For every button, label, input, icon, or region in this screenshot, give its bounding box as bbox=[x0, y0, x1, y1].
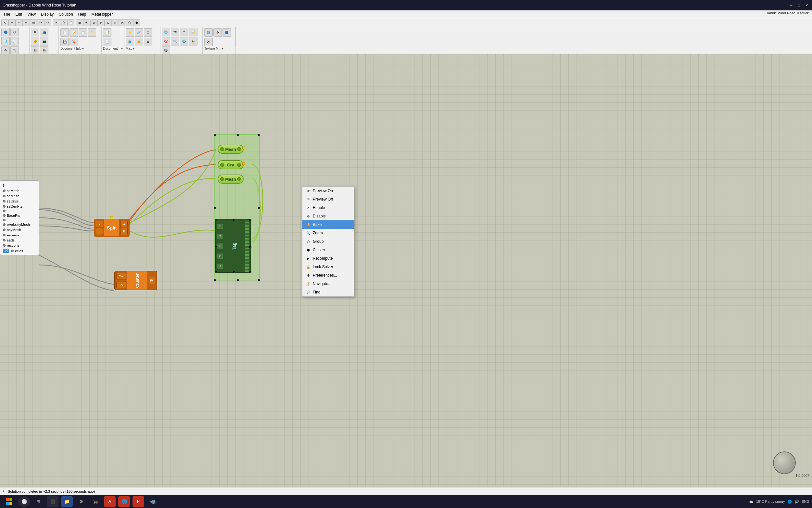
handle-bc[interactable] bbox=[237, 279, 239, 281]
crv-node-body[interactable]: Crv bbox=[218, 160, 244, 169]
nav-sphere[interactable] bbox=[773, 452, 796, 474]
tb-tex2[interactable]: ⚙ bbox=[213, 28, 222, 37]
ctx-preview-off[interactable]: 👁 Preview Off bbox=[302, 195, 354, 204]
mesh-node-1-body[interactable]: Mesh bbox=[218, 144, 244, 154]
tag-pin-T[interactable]: T bbox=[217, 234, 224, 239]
menu-help[interactable]: Help bbox=[76, 11, 89, 17]
misc-label[interactable]: Misc ▾ bbox=[125, 47, 160, 51]
mesh1-input-pin[interactable] bbox=[220, 147, 224, 151]
rhino-icon[interactable]: 🦏 bbox=[147, 496, 158, 507]
minimize-button[interactable]: ─ bbox=[789, 3, 794, 8]
tb-settings[interactable]: ⚙ bbox=[90, 19, 97, 26]
tb-ref1[interactable]: 🌐 bbox=[162, 28, 170, 36]
mesh-node-2-body[interactable]: Mesh bbox=[218, 174, 244, 184]
menu-display[interactable]: Display bbox=[38, 11, 56, 17]
tb-tex4[interactable]: ⚽ bbox=[204, 38, 213, 46]
dell-icon[interactable]: ⬛ bbox=[47, 496, 58, 507]
document-label[interactable]: Document... ▾ bbox=[102, 47, 124, 51]
tb-disp4[interactable]: 📷 bbox=[40, 37, 48, 45]
mesh2-output-pin[interactable] bbox=[237, 177, 241, 181]
maximize-button[interactable]: □ bbox=[797, 3, 802, 8]
ctx-preview-on[interactable]: 👁 Preview On bbox=[302, 186, 354, 195]
crv-output-pin[interactable] bbox=[237, 163, 241, 167]
ctx-lock-solver[interactable]: 🔒 Lock Solver bbox=[302, 263, 354, 271]
tb-docinfo4[interactable]: 📁 bbox=[88, 28, 96, 37]
mesh-node-2[interactable]: Mesh bbox=[218, 174, 244, 184]
tb-misc3[interactable]: ⬡ bbox=[144, 28, 152, 37]
tb-tex3[interactable]: 🔵 bbox=[223, 28, 231, 37]
tb-ref5[interactable]: 🎯 bbox=[162, 37, 170, 45]
crv-input-pin[interactable] bbox=[220, 163, 224, 167]
tag-handle-mr[interactable] bbox=[249, 246, 251, 248]
split-pin-i[interactable]: i bbox=[96, 221, 103, 228]
handle-br[interactable] bbox=[258, 279, 260, 281]
tb-docinfo3[interactable]: 📋 bbox=[79, 28, 87, 37]
split-node[interactable]: i L Split A B bbox=[94, 219, 130, 237]
cluster-pin-crv[interactable]: Crv bbox=[116, 273, 126, 280]
tb-docinfo5[interactable]: 💾 bbox=[60, 38, 69, 46]
canvas[interactable]: ! seMesh seMesh seCrvs seCenPts BasePts bbox=[0, 54, 812, 494]
ctx-enable[interactable]: ✓ Enable bbox=[302, 204, 354, 212]
tb-misc4[interactable]: 🔷 bbox=[126, 38, 134, 46]
tb-copy[interactable]: ⧉ bbox=[60, 19, 67, 26]
ctx-cluster[interactable]: ⬢ Cluster bbox=[302, 246, 354, 254]
tb-ref3[interactable]: 📍 bbox=[180, 28, 188, 36]
tag-pin-L[interactable]: L bbox=[217, 223, 224, 229]
tb-tex1[interactable]: 🌀 bbox=[204, 28, 213, 37]
menu-view[interactable]: View bbox=[25, 11, 38, 17]
tag-handle-tc[interactable] bbox=[233, 219, 235, 221]
ctx-group[interactable]: ⬡ Group bbox=[302, 237, 354, 246]
tb-extra2[interactable]: L bbox=[105, 19, 112, 26]
tb-create2[interactable]: ⬡ bbox=[10, 28, 19, 36]
menu-metahopper[interactable]: MetaHopper bbox=[89, 11, 115, 17]
tb-misc1[interactable]: ⚡ bbox=[126, 28, 134, 37]
split-pin-L[interactable]: L bbox=[96, 228, 103, 235]
mesh-node-1[interactable]: Mesh bbox=[218, 144, 244, 154]
handle-bl[interactable] bbox=[214, 279, 216, 281]
ctx-recompute[interactable]: ▶ Recompute bbox=[302, 254, 354, 263]
tb-zoom-fit[interactable]: ⊞ bbox=[76, 19, 83, 26]
ctx-zoom[interactable]: 🔍 Zoom bbox=[302, 229, 354, 237]
tb-redo[interactable]: ↪ bbox=[44, 19, 51, 26]
tag-node[interactable]: L T S C J Tag bbox=[216, 219, 251, 273]
close-button[interactable]: ✕ bbox=[804, 3, 809, 8]
tb-extra6[interactable]: ⬢ bbox=[133, 19, 140, 26]
tag-pin-C[interactable]: C bbox=[217, 253, 224, 259]
tag-pin-S[interactable]: S bbox=[217, 243, 224, 249]
cluster-pin-pt[interactable]: Pt bbox=[116, 281, 126, 288]
tb-misc2[interactable]: 🔗 bbox=[135, 28, 143, 37]
menu-solution[interactable]: Solution bbox=[56, 11, 75, 17]
tb-create4[interactable]: 📈 bbox=[10, 37, 19, 45]
tb-misc6[interactable]: ⚙ bbox=[144, 38, 152, 46]
tb-paste[interactable]: 📋 bbox=[67, 19, 75, 26]
split-pin-B[interactable]: B bbox=[121, 228, 128, 235]
tb-create3[interactable]: 📊 bbox=[1, 37, 10, 45]
tb-undo[interactable]: ↩ bbox=[37, 19, 44, 26]
tb-extra3[interactable]: K bbox=[112, 19, 119, 26]
tb-docinfo2[interactable]: 📝 bbox=[69, 28, 78, 37]
handle-tc[interactable] bbox=[237, 134, 239, 136]
start-button[interactable] bbox=[3, 496, 15, 507]
cluster-body[interactable]: Crv Pt Cluster Pt bbox=[114, 271, 157, 290]
tb-doc2[interactable]: 📃 bbox=[103, 38, 111, 46]
tb-doc1[interactable]: 📑 bbox=[103, 28, 111, 37]
mesh2-input-pin[interactable] bbox=[220, 177, 224, 181]
tag-pin-J[interactable]: J bbox=[217, 263, 224, 269]
tb-pointer[interactable]: ↖ bbox=[1, 19, 8, 26]
tb-disp3[interactable]: 🌈 bbox=[31, 37, 39, 45]
cluster-pin-pt-out[interactable]: Pt bbox=[148, 277, 155, 284]
ctx-bake[interactable]: 🍪 Bake bbox=[302, 220, 354, 229]
tb-preview[interactable]: 👁 bbox=[83, 19, 90, 26]
handle-tr[interactable] bbox=[258, 134, 260, 136]
split-body[interactable]: i L Split A B bbox=[94, 219, 130, 237]
tb-ref4[interactable]: 🧭 bbox=[189, 28, 197, 36]
menu-edit[interactable]: Edit bbox=[13, 11, 25, 17]
tag-handle-br[interactable] bbox=[249, 271, 251, 273]
ctx-navigate[interactable]: 🧭 Navigate... bbox=[302, 280, 354, 288]
tag-handle-tl[interactable] bbox=[215, 219, 217, 221]
tb-ref2[interactable]: 🗺 bbox=[171, 28, 179, 36]
crv-node[interactable]: Crv bbox=[218, 160, 244, 169]
tb-disp2[interactable]: 📺 bbox=[40, 28, 48, 36]
docinfo-label[interactable]: Document Info ▾ bbox=[59, 47, 101, 51]
ctx-preferences[interactable]: ⚙ Preferences... bbox=[302, 271, 354, 280]
